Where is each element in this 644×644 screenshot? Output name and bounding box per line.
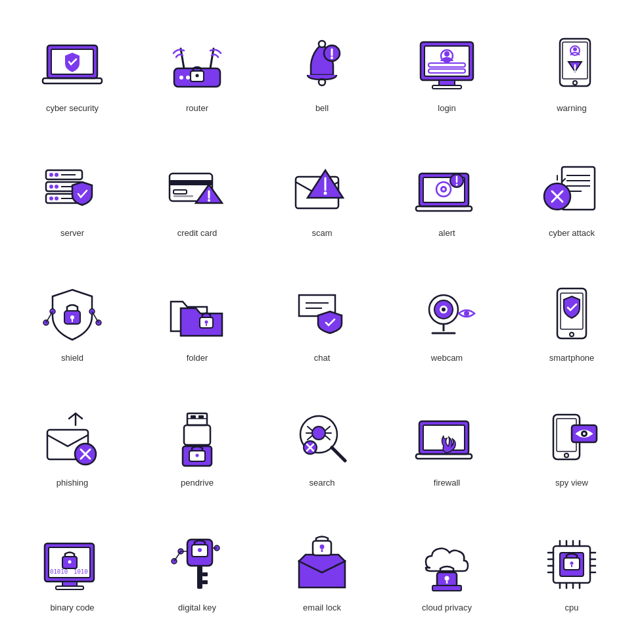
- icon-cell-spy-view: spy view: [513, 388, 631, 506]
- warning-label: warning: [557, 103, 587, 113]
- icon-cell-firewall: firewall: [388, 388, 506, 506]
- svg-rect-53: [416, 206, 472, 211]
- svg-point-37: [49, 196, 53, 200]
- svg-point-9: [186, 76, 190, 80]
- icon-cell-folder: folder: [138, 263, 256, 381]
- cpu-icon: [539, 532, 605, 597]
- svg-point-93: [570, 333, 574, 336]
- icon-cell-router: router: [138, 13, 256, 131]
- svg-rect-17: [439, 80, 455, 85]
- svg-point-34: [55, 173, 58, 177]
- svg-point-108: [312, 426, 325, 440]
- login-label: login: [438, 103, 455, 113]
- svg-point-152: [445, 576, 449, 580]
- svg-line-3: [181, 49, 184, 68]
- svg-point-14: [331, 57, 333, 59]
- svg-rect-130: [56, 586, 83, 589]
- svg-rect-45: [173, 195, 193, 197]
- firewall-label: firewall: [434, 478, 460, 488]
- svg-point-90: [464, 311, 469, 316]
- svg-line-78: [92, 311, 99, 323]
- icon-cell-binary-code: 01010 1010 binary code: [13, 513, 131, 631]
- svg-text:1010: 1010: [74, 568, 88, 575]
- search-label: search: [309, 478, 334, 488]
- svg-line-145: [174, 551, 181, 561]
- svg-point-132: [68, 560, 72, 563]
- binary-code-label: binary code: [50, 603, 94, 612]
- icon-cell-cpu: cpu: [513, 513, 631, 631]
- server-icon: [39, 157, 105, 223]
- shield-label: shield: [61, 353, 83, 363]
- svg-point-7: [196, 74, 199, 77]
- svg-line-77: [46, 311, 53, 323]
- bell-label: bell: [315, 103, 329, 113]
- spy-view-icon: [539, 407, 605, 472]
- svg-point-71: [70, 315, 74, 319]
- binary-code-icon: 01010 1010: [39, 532, 105, 597]
- smartphone-label: smartphone: [549, 353, 595, 363]
- scam-icon: [289, 157, 355, 223]
- svg-point-27: [573, 47, 577, 51]
- spy-view-label: spy view: [555, 478, 588, 488]
- svg-rect-101: [198, 415, 204, 419]
- svg-point-29: [574, 70, 576, 72]
- svg-line-114: [325, 436, 330, 440]
- svg-point-123: [564, 453, 568, 457]
- svg-line-111: [308, 436, 312, 440]
- svg-rect-2: [43, 78, 102, 83]
- svg-rect-102: [184, 425, 210, 445]
- svg-line-109: [308, 426, 312, 430]
- router-icon: [164, 32, 230, 98]
- svg-rect-140: [202, 580, 208, 584]
- icon-cell-shield: shield: [13, 263, 131, 381]
- icon-cell-webcam: webcam: [388, 263, 506, 381]
- credit-card-icon: [164, 157, 230, 223]
- svg-rect-151: [432, 586, 461, 591]
- router-label: router: [186, 103, 208, 113]
- folder-icon: [164, 282, 230, 348]
- svg-point-80: [205, 320, 208, 323]
- icon-cell-bell: bell: [263, 13, 381, 131]
- svg-point-25: [573, 81, 577, 85]
- bell-icon: [289, 32, 355, 98]
- digital-key-icon: [164, 532, 230, 597]
- cpu-label: cpu: [565, 603, 579, 612]
- svg-rect-139: [202, 572, 208, 576]
- icon-cell-server: server: [13, 138, 131, 256]
- svg-point-148: [320, 544, 325, 549]
- cloud-privacy-icon: [414, 532, 480, 597]
- svg-point-56: [442, 188, 445, 191]
- svg-point-59: [456, 183, 458, 185]
- svg-point-8: [179, 76, 183, 80]
- scam-label: scam: [311, 228, 332, 238]
- icon-cell-smartphone: smartphone: [513, 263, 631, 381]
- svg-rect-129: [62, 582, 77, 586]
- svg-point-50: [324, 191, 327, 195]
- folder-label: folder: [187, 353, 208, 363]
- cyber-attack-icon: [539, 157, 605, 223]
- webcam-label: webcam: [431, 353, 463, 363]
- cyber-attack-label: cyber attack: [549, 228, 595, 238]
- smartphone-icon: [539, 282, 605, 348]
- search-icon: [289, 407, 355, 472]
- cloud-privacy-label: cloud privacy: [422, 603, 472, 612]
- digital-key-label: digital key: [178, 603, 216, 612]
- cyber-security-icon: [39, 32, 105, 98]
- icon-cell-cyber-security: cyber security: [13, 13, 131, 131]
- firewall-icon: [414, 407, 480, 472]
- svg-point-126: [583, 432, 586, 435]
- email-lock-icon: [289, 532, 355, 597]
- svg-point-47: [208, 199, 210, 202]
- icon-cell-cyber-attack: cyber attack: [513, 138, 631, 256]
- webcam-icon: [414, 282, 480, 348]
- svg-point-10: [319, 41, 325, 47]
- pendrive-icon: [164, 407, 230, 472]
- phishing-label: phishing: [57, 478, 88, 488]
- icon-cell-alert: alert: [388, 138, 506, 256]
- icon-grid: cyber security router: [0, 0, 644, 644]
- server-label: server: [60, 228, 84, 238]
- shield-icon: [39, 282, 105, 348]
- svg-rect-18: [432, 85, 461, 89]
- icon-cell-phishing: phishing: [13, 388, 131, 506]
- svg-point-35: [49, 185, 53, 189]
